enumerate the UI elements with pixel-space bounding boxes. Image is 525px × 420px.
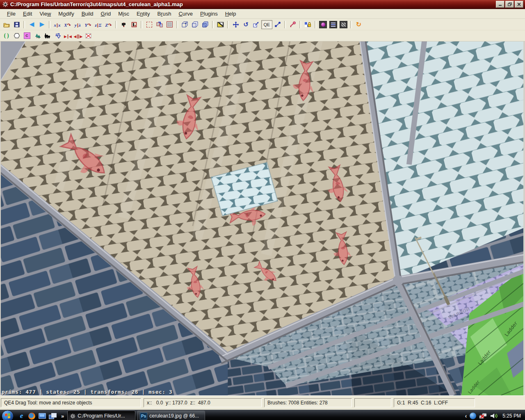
- firefox-icon[interactable]: [28, 412, 36, 420]
- scale-mode-button[interactable]: [251, 20, 261, 29]
- close-icon: [517, 2, 521, 6]
- toolbar-separator: [176, 21, 178, 28]
- refresh-patches-button[interactable]: ( ): [1, 31, 11, 40]
- close-button[interactable]: [515, 1, 523, 8]
- csg-subtract-button[interactable]: [119, 20, 129, 29]
- texture-lock-icon: [304, 21, 311, 27]
- train-path-button[interactable]: [42, 31, 52, 40]
- status-tool: QE4 Drag Tool: move and resize objects: [1, 398, 141, 407]
- forward-button[interactable]: ▶: [37, 20, 47, 29]
- status-counts: Brushes: 7008 Entities: 278: [264, 398, 352, 407]
- back-icon: ◀: [30, 21, 34, 27]
- menu-grid[interactable]: Grid: [97, 9, 115, 18]
- texture-fit-button[interactable]: [288, 20, 298, 29]
- menu-plugins[interactable]: Plugins: [196, 9, 221, 18]
- window-switcher-icon[interactable]: [48, 412, 56, 420]
- menu-view[interactable]: View: [36, 9, 55, 18]
- taskbar-clock[interactable]: 5:25 PM: [502, 413, 521, 419]
- flip-x-button[interactable]: x|x: [52, 20, 62, 29]
- menu-bar: File Edit View Modify Build Grid Misc En…: [0, 9, 525, 19]
- textured-cube-icon: [202, 21, 208, 27]
- internet-explorer-icon[interactable]: e: [18, 412, 25, 420]
- patch-cap-icon: C: [24, 32, 30, 39]
- back-button[interactable]: ◀: [27, 20, 37, 29]
- toolbar-overflow-chevron[interactable]: »: [61, 413, 64, 419]
- volume-icon[interactable]: [490, 413, 498, 419]
- drop-entity-button[interactable]: E: [52, 31, 63, 40]
- save-button[interactable]: [11, 20, 22, 29]
- restore-icon: [508, 2, 512, 6]
- camera-3d-viewport[interactable]: NODRAW NODRAW: [0, 41, 525, 395]
- region-swap-icon: [156, 21, 163, 27]
- menu-curve[interactable]: Curve: [175, 9, 196, 18]
- camera-view-button[interactable]: [215, 20, 226, 29]
- save-floppy-icon: [14, 22, 20, 27]
- start-button[interactable]: [2, 410, 14, 420]
- menu-build[interactable]: Build: [78, 9, 97, 18]
- qe-drag-tool-button[interactable]: QE: [261, 20, 272, 29]
- patch-hexagon-button[interactable]: [11, 31, 22, 40]
- region-swap-button[interactable]: [154, 20, 164, 29]
- menu-modify[interactable]: Modify: [55, 9, 78, 18]
- pipe-in-icon: ▶|◀: [64, 32, 72, 39]
- title-bar[interactable]: C:/Program Files/UrbanTerror/q3ut4/maps/…: [0, 0, 525, 9]
- restore-button[interactable]: [505, 1, 514, 8]
- console-button[interactable]: [328, 20, 338, 29]
- messenger-tray-icon[interactable]: [470, 413, 476, 419]
- toolbar-separator: [49, 21, 50, 28]
- photoshop-icon: Ps: [140, 413, 147, 420]
- foliage-button[interactable]: [32, 31, 42, 40]
- entity-connect-button[interactable]: [272, 20, 283, 29]
- rotate-y-button[interactable]: Y↷: [83, 20, 93, 29]
- flat-view-button[interactable]: [190, 20, 200, 29]
- select-touching-icon: [146, 22, 152, 27]
- show-desktop-icon[interactable]: [38, 412, 46, 420]
- pipe-out-icon: ◀||▶: [74, 32, 83, 39]
- open-button[interactable]: [1, 20, 11, 29]
- taskbar-task-radiant[interactable]: C:/Program Files/Ur...: [67, 411, 135, 420]
- rotate-mode-button[interactable]: ↺: [241, 20, 251, 29]
- rotate-x-button[interactable]: X↷: [62, 20, 73, 29]
- rotate-z-button[interactable]: Z↷: [103, 20, 114, 29]
- render-stats-overlay: prims: 477 | states: 25 | transforms: 28…: [2, 389, 172, 395]
- pipe-connect-in-button[interactable]: ▶|◀: [63, 31, 73, 40]
- wireframe-view-button[interactable]: [180, 20, 190, 29]
- window-title: C:/Program Files/UrbanTerror/q3ut4/maps/…: [10, 1, 496, 7]
- network-disconnected-icon[interactable]: [479, 413, 487, 419]
- refresh-patches-icon: ( ): [4, 32, 9, 39]
- pipe-connect-out-button[interactable]: ◀||▶: [73, 31, 83, 40]
- show-models-icon: [319, 21, 327, 28]
- csg-hollow-icon: [131, 22, 137, 27]
- textured-view-button[interactable]: [200, 20, 210, 29]
- minimize-button[interactable]: [496, 1, 504, 8]
- taskbar-task-photoshop[interactable]: Ps cerulean19.jpg @ 66...: [137, 411, 205, 420]
- patch-cap-button[interactable]: C: [22, 31, 32, 40]
- select-inside-button[interactable]: [164, 20, 175, 29]
- status-grid-settings: G:1 R:45 C:16 L:OFF: [394, 398, 475, 407]
- tray-expand-chevron[interactable]: ‹: [465, 413, 467, 419]
- refresh-models-icon: ↻: [356, 21, 361, 28]
- menu-help[interactable]: Help: [221, 9, 240, 18]
- toolbar-separator: [141, 21, 142, 28]
- flip-z-button[interactable]: z|Σ: [93, 20, 103, 29]
- texture-lock-button[interactable]: [303, 20, 313, 29]
- menu-file[interactable]: File: [3, 9, 19, 18]
- flip-y-icon: y|λ: [75, 21, 81, 28]
- select-touching-button[interactable]: [144, 20, 154, 29]
- forward-icon: ▶: [40, 21, 45, 27]
- menu-misc[interactable]: Misc: [114, 9, 133, 18]
- toolbar-separator: [284, 21, 286, 28]
- system-tray: ‹ 5:25 PM: [465, 413, 523, 419]
- texture-window-button[interactable]: [338, 20, 349, 29]
- entity-connect-icon: [274, 21, 281, 27]
- menu-entity[interactable]: Entity: [133, 9, 154, 18]
- show-models-button[interactable]: [318, 20, 328, 29]
- csg-hollow-button[interactable]: [129, 20, 139, 29]
- menu-brush[interactable]: Brush: [153, 9, 175, 18]
- refresh-models-button[interactable]: ↻: [354, 20, 364, 29]
- flip-y-button[interactable]: y|λ: [73, 20, 83, 29]
- menu-edit[interactable]: Edit: [19, 9, 36, 18]
- hide-selected-button[interactable]: [83, 31, 94, 40]
- translate-mode-button[interactable]: [231, 20, 241, 29]
- csg-subtract-icon: [121, 22, 127, 27]
